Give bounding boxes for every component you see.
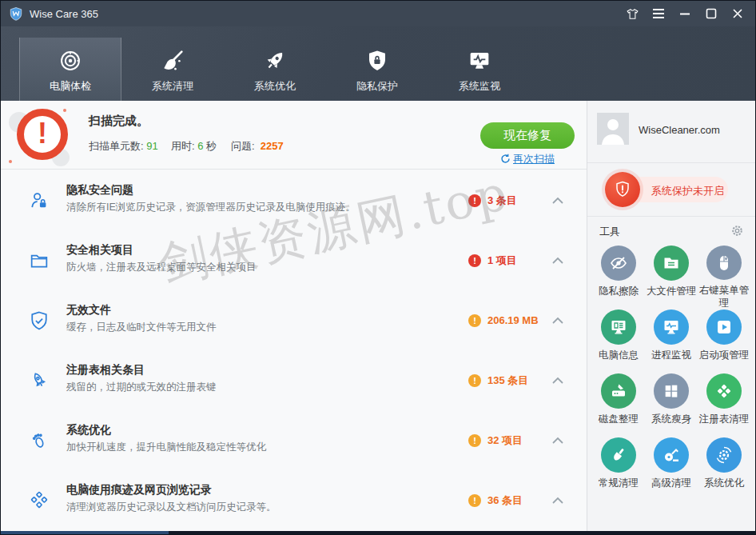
tab-system-monitor[interactable]: 系统监视: [428, 38, 531, 101]
tool-computer-info[interactable]: 电脑信息: [592, 309, 645, 373]
tool-process-monitor[interactable]: 进程监视: [645, 309, 698, 373]
alert-dot-icon: !: [468, 434, 481, 447]
issue-list: 隐私安全问题 清除所有IE浏览历史记录，资源管理器历史记录及电脑使用痕迹。 ! …: [1, 170, 587, 531]
issue-row-privacy[interactable]: 隐私安全问题 清除所有IE浏览历史记录，资源管理器历史记录及电脑使用痕迹。 ! …: [1, 170, 587, 230]
issue-row-security[interactable]: 安全相关项目 防火墙，注册表及远程桌面等安全相关项目 ! 1 项目: [1, 230, 587, 290]
chevron-up-icon[interactable]: [551, 197, 564, 205]
windows-icon: [654, 373, 689, 409]
issue-title: 隐私安全问题: [66, 183, 133, 198]
avatar: [597, 113, 629, 145]
tool-label: 右键菜单管理: [698, 284, 750, 309]
rocket-icon: [262, 47, 288, 74]
tab-label: 电脑体检: [50, 79, 91, 94]
chevron-up-icon[interactable]: [551, 437, 564, 445]
tab-privacy-protection[interactable]: 隐私保护: [326, 38, 428, 101]
minimize-button[interactable]: [675, 4, 694, 23]
tool-label: 系统瘦身: [646, 413, 697, 425]
issue-title: 系统优化: [66, 423, 111, 437]
shield-check-icon: [28, 309, 50, 332]
folder-icon: [28, 250, 50, 272]
maximize-button[interactable]: [702, 4, 721, 23]
tool-label: 磁盘整理: [593, 413, 644, 425]
vacuum-icon: [654, 437, 689, 473]
protection-shield-icon: [605, 172, 640, 207]
footprint-icon: [28, 429, 50, 452]
tool-disk-defrag[interactable]: 磁盘整理: [592, 373, 645, 437]
rescan-link[interactable]: 再次扫描: [480, 152, 575, 166]
issue-row-usage-traces[interactable]: 电脑使用痕迹及网页浏览记录 清理浏览器历史记录以及文档访问历史记录等。 ! 36…: [1, 471, 587, 531]
titlebar: Wise Care 365: [1, 1, 755, 26]
issue-row-useless-files[interactable]: 无效文件 缓存，日志及临时文件等无用文件 ! 206.19 MB: [1, 290, 587, 350]
right-sidebar: WiseCleaner.com 系统保护未开启 工具 隐私擦除: [587, 101, 755, 531]
issue-badge: ! 1 项目: [468, 254, 517, 268]
app-logo-icon: [9, 6, 23, 21]
tool-label: 电脑信息: [593, 349, 644, 361]
issue-desc: 防火墙，注册表及远程桌面等安全相关项目: [66, 261, 257, 274]
issue-row-sys-optimize[interactable]: 系统优化 加快开机速度，提升电脑性能及稳定性等优化 ! 32 项目: [1, 411, 587, 471]
tool-advanced-cleaner[interactable]: 高级清理: [645, 437, 698, 501]
scan-time-stat: 用时: 6 秒: [171, 139, 217, 154]
folder-list-icon: [654, 246, 689, 281]
close-button[interactable]: [728, 4, 747, 23]
fix-now-button[interactable]: 现在修复: [480, 122, 575, 149]
tab-label: 系统清理: [152, 79, 193, 94]
alert-dot-icon: !: [468, 494, 481, 507]
chevron-up-icon[interactable]: [551, 317, 564, 325]
alert-dot-icon: !: [468, 374, 481, 387]
wise-care-window: Wise Care 365 电脑: [0, 0, 756, 535]
protection-status-row[interactable]: 系统保护未开启: [587, 163, 755, 217]
protection-status-text: 系统保护未开启: [651, 184, 724, 198]
chevron-up-icon[interactable]: [551, 497, 564, 505]
window-bottom-edge: [1, 531, 755, 534]
monitor-pulse-icon: [467, 47, 492, 74]
chevron-up-icon[interactable]: [551, 257, 564, 265]
tool-startup-manager[interactable]: 启动项管理: [698, 309, 750, 373]
computer-info-icon: [601, 309, 636, 345]
tool-big-file-manager[interactable]: 大文件管理: [645, 246, 698, 309]
issue-desc: 清理浏览器历史记录以及文档访问历史记录等。: [66, 501, 277, 514]
rocket-small-icon: [28, 369, 50, 392]
scan-issues-stat: 问题: 2257: [231, 139, 284, 154]
health-check-icon: [58, 47, 83, 74]
theme-shirt-icon[interactable]: [623, 4, 642, 23]
gear-icon[interactable]: [730, 224, 744, 238]
chevron-up-icon[interactable]: [551, 377, 564, 385]
account-row[interactable]: WiseCleaner.com: [587, 101, 755, 163]
tool-privacy-eraser[interactable]: 隐私擦除: [592, 246, 645, 309]
tool-common-cleaner[interactable]: 常规清理: [592, 437, 645, 501]
account-name: WiseCleaner.com: [639, 124, 720, 136]
brush-icon: [601, 437, 636, 473]
issue-count: 32 项目: [487, 433, 523, 448]
tool-label: 常规清理: [593, 477, 644, 489]
issue-title: 电脑使用痕迹及网页浏览记录: [66, 483, 212, 497]
alert-dot-icon: !: [468, 194, 481, 207]
registry-diamonds-icon: [706, 373, 742, 409]
scan-result-icon: !: [7, 104, 74, 168]
tool-context-menu-manager[interactable]: 右键菜单管理: [698, 246, 750, 309]
tool-system-optimizer[interactable]: 系统优化: [698, 437, 750, 501]
mouse-icon: [706, 246, 742, 280]
eye-off-icon: [601, 246, 636, 281]
issue-badge: ! 36 条目: [468, 493, 523, 508]
issue-count: 135 条目: [487, 373, 528, 388]
tool-system-slim[interactable]: 系统瘦身: [645, 373, 698, 437]
process-monitor-icon: [654, 309, 689, 345]
tool-label: 系统优化: [698, 477, 750, 489]
issue-row-registry[interactable]: 注册表相关条目 残留的，过期的或无效的注册表键 ! 135 条目: [1, 351, 587, 411]
scan-units-stat: 扫描单元数: 91: [89, 139, 158, 154]
tab-label: 系统优化: [254, 79, 296, 94]
tab-system-cleanup[interactable]: 系统清理: [121, 38, 224, 101]
traces-icon: [28, 489, 50, 512]
tab-label: 隐私保护: [356, 79, 398, 94]
scan-status-text: 扫描完成。: [89, 114, 149, 129]
issue-count: 36 条目: [487, 493, 523, 508]
tab-system-tuneup[interactable]: 系统优化: [224, 38, 326, 101]
broom-icon: [160, 47, 185, 74]
tab-pc-checkup[interactable]: 电脑体检: [19, 38, 121, 101]
tool-registry-cleaner[interactable]: 注册表清理: [698, 373, 750, 437]
window-controls: [623, 4, 747, 23]
main-panel: ! 扫描完成。 扫描单元数: 91 用时: 6 秒 问题: 2257 现在修复 …: [1, 101, 587, 531]
alert-dot-icon: !: [468, 254, 481, 267]
window-title: Wise Care 365: [30, 8, 98, 20]
menu-icon[interactable]: [649, 4, 668, 23]
